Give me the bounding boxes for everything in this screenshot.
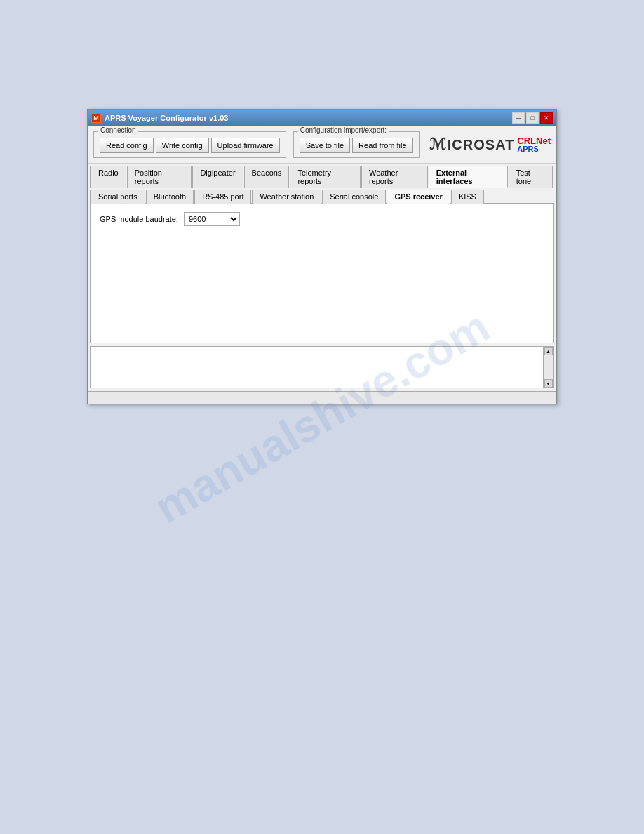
window-title: APRS Voyager Configurator v1.03 — [105, 114, 228, 122]
titlebar-controls: ─ □ ✕ — [512, 112, 553, 124]
tab-external-interfaces[interactable]: External interfaces — [429, 166, 508, 188]
titlebar-left: M APRS Voyager Configurator v1.03 — [91, 113, 228, 123]
scroll-down-arrow[interactable]: ▼ — [544, 379, 553, 388]
connection-group-label: Connection — [98, 126, 138, 134]
tab-weather-reports[interactable]: Weather reports — [361, 166, 428, 188]
app-icon: M — [91, 113, 101, 123]
minimize-button[interactable]: ─ — [512, 112, 525, 124]
tab-weather-station[interactable]: Weather station — [252, 190, 321, 204]
tab-radio[interactable]: Radio — [90, 166, 126, 188]
statusbar — [88, 391, 556, 404]
write-config-button[interactable]: Write config — [156, 138, 209, 153]
m-icon: ℳ — [429, 135, 447, 154]
content-area: GPS module baudrate: 4800 9600 19200 384… — [90, 203, 554, 343]
close-button[interactable]: ✕ — [540, 112, 553, 124]
tab-position-reports[interactable]: Position reports — [127, 166, 192, 188]
logo-area: ℳ ICROSAT CRLNet APRS — [429, 135, 551, 154]
crlnet-logo: CRLNet APRS — [517, 136, 551, 153]
baudrate-label: GPS module baudrate: — [100, 215, 178, 223]
config-group-label: Configuration import/export: — [298, 126, 389, 134]
config-group: Configuration import/export: Save to fil… — [293, 131, 420, 158]
aprs-text: APRS — [517, 145, 551, 153]
baudrate-row: GPS module baudrate: 4800 9600 19200 384… — [100, 212, 544, 226]
microsat-logo: ℳ ICROSAT — [429, 135, 515, 154]
connection-buttons: Read config Write config Upload firmware — [100, 138, 280, 153]
upload-firmware-button[interactable]: Upload firmware — [211, 138, 280, 153]
scroll-up-arrow[interactable]: ▲ — [544, 347, 553, 355]
config-buttons: Save to file Read from file — [300, 138, 413, 153]
log-scrollbar[interactable]: ▲ ▼ — [543, 347, 553, 388]
tab-rs485-port[interactable]: RS-485 port — [194, 190, 251, 204]
tab-serial-ports[interactable]: Serial ports — [90, 190, 145, 204]
tab-beacons[interactable]: Beacons — [244, 166, 290, 188]
read-from-file-button[interactable]: Read from file — [352, 138, 412, 153]
tab-test-tone[interactable]: Test tone — [509, 166, 553, 188]
tabs-row1: Radio Position reports Digipeater Beacon… — [88, 164, 556, 187]
tab-kiss[interactable]: KISS — [451, 190, 484, 204]
toolbar: Connection Read config Write config Uplo… — [88, 126, 556, 164]
tab-gps-receiver[interactable]: GPS receiver — [387, 190, 450, 204]
tabs-row2: Serial ports Bluetooth RS-485 port Weath… — [88, 187, 556, 203]
tab-telemetry-reports[interactable]: Telemetry reports — [290, 166, 361, 188]
log-area: ▲ ▼ — [90, 346, 554, 388]
tab-serial-console[interactable]: Serial console — [322, 190, 386, 204]
save-to-file-button[interactable]: Save to file — [300, 138, 350, 153]
read-config-button[interactable]: Read config — [100, 138, 154, 153]
connection-group: Connection Read config Write config Uplo… — [93, 131, 286, 158]
microsat-text: ICROSAT — [448, 137, 515, 153]
titlebar: M APRS Voyager Configurator v1.03 ─ □ ✕ — [88, 110, 556, 126]
tab-bluetooth[interactable]: Bluetooth — [146, 190, 194, 204]
restore-button[interactable]: □ — [526, 112, 539, 124]
baudrate-select[interactable]: 4800 9600 19200 38400 57600 115200 — [184, 212, 240, 226]
tab-digipeater[interactable]: Digipeater — [192, 166, 243, 188]
application-window: M APRS Voyager Configurator v1.03 ─ □ ✕ … — [87, 109, 557, 404]
